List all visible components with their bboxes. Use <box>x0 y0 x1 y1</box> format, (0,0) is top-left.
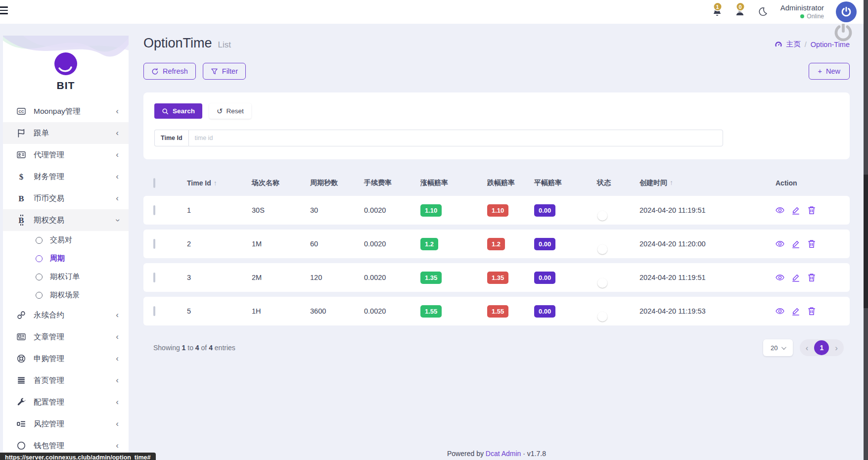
dollar-icon: $ <box>16 173 27 181</box>
sidebar-subitem[interactable]: 交易对 <box>3 231 129 249</box>
row-checkbox[interactable] <box>153 273 155 282</box>
search-icon <box>162 108 169 115</box>
up-rate-badge: 1.55 <box>420 305 442 318</box>
sidebar-item-label: 跟单 <box>34 128 49 138</box>
sidebar-item[interactable]: CCMoonpay管理‹ <box>3 100 129 122</box>
online-status-dot <box>800 14 804 18</box>
sidebar-subitem-label: 期权订单 <box>50 272 80 281</box>
sidebar-item-label: 配置管理 <box>34 397 64 408</box>
online-status-label: Online <box>807 13 824 20</box>
sidebar-item[interactable]: 申购管理‹ <box>3 348 129 369</box>
sidebar-item-label: 钱包管理 <box>34 441 64 451</box>
scrollbar-thumb[interactable] <box>864 175 868 308</box>
up-rate-badge: 1.2 <box>420 238 438 250</box>
sidebar-item[interactable]: B币币交易‹ <box>3 187 129 209</box>
filter-funnel-icon <box>211 68 218 75</box>
column-header[interactable]: 创建时间↑ <box>640 179 776 187</box>
cell-seconds: 3600 <box>310 307 364 315</box>
sidebar-subitem[interactable]: 周期 <box>3 249 129 268</box>
edit-pencil-icon[interactable] <box>791 206 800 215</box>
cell-time-id: 3 <box>187 274 252 281</box>
sidebar-menu: CCMoonpay管理‹跟单‹代理管理‹$财务管理‹B币币交易‹B期权交易‹交易… <box>3 100 129 457</box>
sort-asc-arrow-icon: ↑ <box>214 179 217 187</box>
showing-entries-text: Showing 1 to 4 of 4 entries <box>153 344 235 352</box>
b-bold-icon: B <box>16 194 27 203</box>
edit-pencil-icon[interactable] <box>791 273 800 282</box>
view-eye-icon[interactable] <box>776 239 784 248</box>
pagination: Showing 1 to 4 of 4 entries 20 ‹ 1 › <box>143 339 850 356</box>
scrollbar[interactable] <box>864 0 868 460</box>
row-checkbox[interactable] <box>153 306 155 316</box>
sidebar-item-label: 币币交易 <box>34 193 64 204</box>
dcat-admin-link[interactable]: Dcat Admin <box>486 450 521 458</box>
edit-pencil-icon[interactable] <box>791 239 800 248</box>
next-page-button[interactable]: › <box>835 344 838 352</box>
sidebar-item[interactable]: 文章管理‹ <box>3 326 129 348</box>
sidebar-item[interactable]: 代理管理‹ <box>3 144 129 166</box>
chevron-down-icon <box>781 345 786 350</box>
row-checkbox[interactable] <box>153 239 155 249</box>
search-button[interactable]: Search <box>154 103 202 119</box>
reset-button[interactable]: ↺ Reset <box>209 103 251 119</box>
table-header-row: Time Id↑场次名称周期秒数手续费率涨幅赔率跌幅赔率平幅赔率状态创建时间↑A… <box>143 170 850 196</box>
time-id-input[interactable] <box>188 130 723 146</box>
select-all-checkbox[interactable] <box>153 178 155 188</box>
down-rate-badge: 1.10 <box>487 204 508 217</box>
sidebar-item[interactable]: 首页管理‹ <box>3 369 129 391</box>
column-header[interactable]: Time Id↑ <box>187 179 252 187</box>
topbar: 1 0 Administrator Online <box>0 0 864 24</box>
main-content: OptionTime List 主页 / Option-Time Refresh… <box>143 24 850 460</box>
view-eye-icon[interactable] <box>776 307 784 316</box>
cell-created-at: 2024-04-20 11:20:00 <box>640 240 776 248</box>
delete-trash-icon[interactable] <box>807 273 816 282</box>
sliders-icon <box>16 419 27 428</box>
page-size-select[interactable]: 20 <box>763 339 793 356</box>
brand-logo[interactable]: BIT <box>3 36 129 92</box>
circle-icon <box>36 255 43 262</box>
reset-icon: ↺ <box>217 107 223 115</box>
sidebar-subitem[interactable]: 期权场景 <box>3 286 129 304</box>
edit-pencil-icon[interactable] <box>791 307 800 316</box>
view-eye-icon[interactable] <box>776 273 784 282</box>
avatar[interactable] <box>836 1 857 22</box>
dark-mode-moon-icon[interactable] <box>758 6 769 17</box>
delete-trash-icon[interactable] <box>807 307 816 316</box>
chevron-left-icon: ‹ <box>116 332 119 341</box>
delete-trash-icon[interactable] <box>807 206 816 215</box>
breadcrumb-home[interactable]: 主页 <box>786 40 801 49</box>
cell-fee: 0.0020 <box>364 274 420 281</box>
prev-page-button[interactable]: ‹ <box>806 344 809 352</box>
sidebar-item[interactable]: 配置管理‹ <box>3 391 129 413</box>
wrench-icon <box>16 398 27 407</box>
filter-button[interactable]: Filter <box>203 63 246 80</box>
new-button[interactable]: + New <box>809 63 850 80</box>
sidebar-item[interactable]: 跟单‹ <box>3 122 129 144</box>
bars-icon <box>16 376 27 385</box>
time-id-field-label: Time Id <box>154 130 188 146</box>
breadcrumb-separator: / <box>805 41 807 48</box>
notifications-bell-icon[interactable]: 1 <box>712 6 723 17</box>
sidebar-item[interactable]: 风控管理‹ <box>3 413 129 435</box>
dashboard-icon <box>775 40 782 49</box>
chevron-left-icon: ‹ <box>116 172 119 181</box>
sidebar-item[interactable]: 永续合约‹ <box>3 304 129 326</box>
link-icon <box>16 311 27 320</box>
row-checkbox[interactable] <box>153 205 155 215</box>
ghost-logo-icon <box>832 22 854 44</box>
flat-rate-badge: 0.00 <box>534 238 555 250</box>
filter-panel: Search ↺ Reset Time Id <box>143 92 850 159</box>
refresh-button[interactable]: Refresh <box>143 63 196 80</box>
current-page-button[interactable]: 1 <box>814 340 829 355</box>
sidebar-item-label: 风控管理 <box>34 419 64 429</box>
menu-toggle-icon[interactable] <box>0 6 8 14</box>
user-notifications-icon[interactable]: 0 <box>735 6 746 17</box>
sidebar-subitem[interactable]: 期权订单 <box>3 268 129 286</box>
flag-icon <box>16 129 27 138</box>
cell-name: 2M <box>252 274 310 281</box>
delete-trash-icon[interactable] <box>807 239 816 248</box>
chevron-left-icon: ‹ <box>116 376 119 384</box>
up-rate-badge: 1.10 <box>420 204 442 217</box>
sidebar-item[interactable]: B期权交易‹ <box>3 209 129 231</box>
view-eye-icon[interactable] <box>776 206 784 215</box>
sidebar-item[interactable]: $财务管理‹ <box>3 166 129 187</box>
